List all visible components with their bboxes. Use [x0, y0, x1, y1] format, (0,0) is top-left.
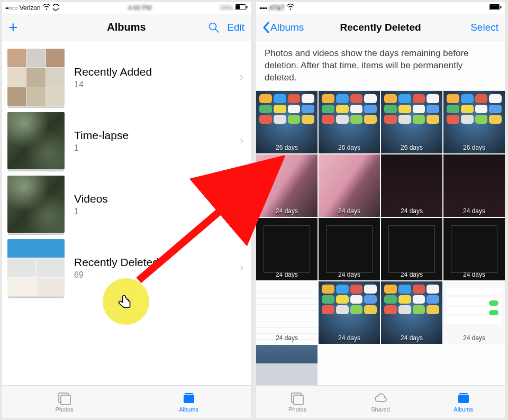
select-button[interactable]: Select	[470, 22, 498, 33]
photo-cell[interactable]: 26 days	[381, 91, 442, 153]
days-remaining: 26 days	[381, 144, 442, 151]
days-remaining: 24 days	[319, 207, 380, 215]
tab-label: Photos	[288, 406, 306, 413]
days-remaining: 26 days	[256, 144, 318, 151]
photo-cell[interactable]: 24 days	[256, 218, 318, 280]
photo-cell[interactable]: 24 days	[319, 281, 380, 344]
photo-cell[interactable]: 24 days	[256, 154, 318, 217]
search-button[interactable]	[208, 22, 220, 33]
album-thumbnail	[7, 239, 65, 296]
tab-photos[interactable]: Photos	[256, 386, 339, 418]
battery-percent: 34%	[220, 4, 233, 12]
photo-cell[interactable]: 24 days	[319, 154, 380, 217]
album-time-lapse[interactable]: Time-lapse 1 ›	[2, 109, 251, 172]
tab-label: Albums	[179, 406, 198, 413]
svg-rect-11	[500, 6, 501, 8]
tab-albums[interactable]: Albums	[422, 386, 505, 418]
add-album-button[interactable]: +	[8, 20, 18, 35]
signal-dots-icon: •••••	[259, 5, 267, 11]
photos-icon	[57, 391, 72, 405]
tab-photos[interactable]: Photos	[2, 386, 126, 418]
album-count: 69	[74, 270, 240, 280]
photo-cell[interactable]: 26 days	[443, 91, 505, 153]
photo-cell[interactable]	[319, 345, 380, 385]
photo-cell[interactable]: 24 days	[443, 154, 505, 217]
recently-deleted-screen: ••••• AT&T Albums Recently Deleted	[256, 2, 505, 418]
tab-bar: Photos Shared Albums	[256, 385, 505, 418]
back-button[interactable]: Albums	[262, 22, 304, 33]
chevron-right-icon: ›	[240, 134, 243, 148]
albums-screen: ••○○○ Verizon 4:00 PM 34% + Alb	[2, 2, 251, 418]
svg-rect-15	[459, 393, 468, 394]
svg-rect-2	[247, 6, 248, 8]
photo-grid: 26 days 26 days 26 days 26 days 24 days …	[256, 91, 505, 385]
album-count: 1	[74, 143, 240, 153]
albums-icon	[182, 391, 196, 405]
album-recently-added[interactable]: Recently Added 14 ›	[2, 45, 251, 109]
days-remaining: 26 days	[443, 144, 505, 151]
tab-shared[interactable]: Shared	[339, 386, 422, 418]
tap-highlight-icon	[103, 278, 149, 325]
album-count: 14	[74, 80, 240, 89]
chevron-left-icon	[262, 22, 269, 33]
photo-cell[interactable]: 26 days	[256, 91, 318, 153]
album-title: Time-lapse	[74, 129, 240, 142]
clock: 4:00 PM	[128, 4, 151, 12]
svg-rect-6	[61, 395, 70, 405]
signal-dots-icon: ••○○○	[5, 5, 17, 11]
album-thumbnail	[7, 49, 65, 106]
wifi-icon	[287, 4, 294, 12]
status-bar: ••••• AT&T	[256, 2, 505, 14]
album-videos[interactable]: Videos 1 ›	[2, 172, 251, 236]
battery-icon	[235, 4, 248, 12]
nav-bar: + Albums Edit	[2, 14, 251, 41]
days-remaining: 24 days	[256, 334, 318, 342]
photo-cell[interactable]: 24 days	[443, 218, 505, 280]
page-title: Albums	[56, 21, 197, 33]
photo-cell[interactable]	[256, 345, 318, 385]
album-title: Recently Deleted	[74, 256, 240, 269]
edit-button[interactable]: Edit	[227, 22, 244, 33]
tab-bar: Photos Albums	[2, 385, 251, 418]
photo-cell[interactable]	[381, 345, 442, 385]
days-remaining: 24 days	[443, 334, 505, 342]
svg-rect-14	[458, 395, 469, 403]
sync-icon	[52, 4, 59, 12]
days-remaining: 24 days	[319, 271, 380, 278]
svg-rect-10	[490, 5, 499, 9]
carrier-label: Verizon	[20, 4, 41, 12]
tab-label: Shared	[371, 406, 389, 413]
wifi-icon	[43, 4, 50, 12]
chevron-right-icon: ›	[240, 261, 243, 275]
battery-icon	[489, 4, 502, 12]
days-remaining: 24 days	[381, 207, 442, 215]
days-remaining: 24 days	[256, 207, 318, 215]
carrier-label: AT&T	[269, 4, 285, 12]
album-thumbnail	[7, 112, 65, 169]
svg-rect-7	[184, 395, 194, 403]
days-remaining: 24 days	[443, 207, 505, 215]
photo-cell[interactable]: 24 days	[381, 218, 442, 280]
photo-cell[interactable]: 24 days	[319, 218, 380, 280]
status-bar: ••○○○ Verizon 4:00 PM 34%	[2, 2, 251, 14]
days-remaining: 24 days	[319, 334, 380, 342]
photo-cell[interactable]: 26 days	[319, 91, 380, 153]
photo-cell[interactable]: 24 days	[381, 154, 442, 217]
photo-cell[interactable]: 24 days	[443, 281, 505, 344]
days-remaining: 24 days	[381, 334, 442, 342]
tab-label: Photos	[55, 406, 73, 413]
photo-cell[interactable]: 24 days	[256, 281, 318, 344]
svg-rect-1	[236, 5, 240, 9]
svg-rect-8	[185, 393, 193, 394]
days-remaining: 24 days	[443, 271, 505, 278]
tab-albums[interactable]: Albums	[126, 386, 251, 418]
photo-cell[interactable]	[443, 345, 505, 385]
album-title: Recently Added	[74, 66, 240, 78]
svg-line-4	[215, 29, 219, 32]
days-remaining: 24 days	[381, 271, 442, 278]
page-title: Recently Deleted	[310, 22, 451, 33]
photo-cell[interactable]: 24 days	[381, 281, 442, 344]
album-title: Videos	[74, 193, 240, 205]
back-label: Albums	[270, 22, 304, 33]
tab-label: Albums	[453, 406, 473, 413]
